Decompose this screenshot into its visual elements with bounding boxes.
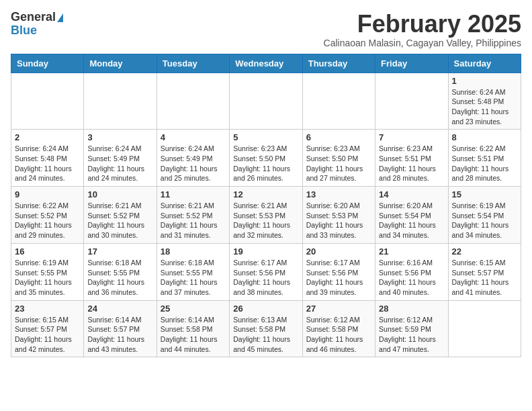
logo-line1: General bbox=[11, 11, 63, 24]
day-info: Sunrise: 6:21 AM Sunset: 5:52 PM Dayligh… bbox=[161, 201, 226, 240]
day-number: 14 bbox=[379, 189, 444, 199]
day-info: Sunrise: 6:18 AM Sunset: 5:55 PM Dayligh… bbox=[161, 258, 226, 298]
day-info: Sunrise: 6:21 AM Sunset: 5:53 PM Dayligh… bbox=[233, 201, 298, 240]
day-info: Sunrise: 6:22 AM Sunset: 5:51 PM Dayligh… bbox=[452, 144, 517, 183]
calendar-cell bbox=[11, 73, 84, 130]
day-info: Sunrise: 6:23 AM Sunset: 5:51 PM Dayligh… bbox=[379, 144, 444, 183]
calendar-cell: 28Sunrise: 6:12 AM Sunset: 5:59 PM Dayli… bbox=[375, 300, 448, 357]
page-title: February 2025 bbox=[324, 11, 521, 38]
calendar-cell: 4Sunrise: 6:24 AM Sunset: 5:49 PM Daylig… bbox=[157, 130, 229, 187]
calendar-header-row: SundayMondayTuesdayWednesdayThursdayFrid… bbox=[11, 54, 521, 73]
day-number: 27 bbox=[306, 304, 371, 314]
day-info: Sunrise: 6:24 AM Sunset: 5:49 PM Dayligh… bbox=[87, 144, 152, 183]
calendar-week-row: 1Sunrise: 6:24 AM Sunset: 5:48 PM Daylig… bbox=[11, 73, 521, 130]
day-info: Sunrise: 6:22 AM Sunset: 5:52 PM Dayligh… bbox=[15, 201, 80, 240]
day-info: Sunrise: 6:20 AM Sunset: 5:54 PM Dayligh… bbox=[379, 201, 444, 240]
day-number: 18 bbox=[161, 246, 226, 257]
day-number: 7 bbox=[379, 132, 444, 142]
day-number: 15 bbox=[452, 189, 517, 199]
day-info: Sunrise: 6:12 AM Sunset: 5:58 PM Dayligh… bbox=[306, 315, 371, 355]
calendar-cell: 18Sunrise: 6:18 AM Sunset: 5:55 PM Dayli… bbox=[157, 243, 229, 300]
calendar-header-monday: Monday bbox=[84, 54, 157, 73]
calendar-cell bbox=[375, 73, 448, 130]
calendar-cell: 3Sunrise: 6:24 AM Sunset: 5:49 PM Daylig… bbox=[84, 130, 157, 187]
calendar-cell: 8Sunrise: 6:22 AM Sunset: 5:51 PM Daylig… bbox=[448, 130, 521, 187]
day-info: Sunrise: 6:14 AM Sunset: 5:58 PM Dayligh… bbox=[161, 315, 226, 355]
day-number: 2 bbox=[15, 132, 80, 142]
day-info: Sunrise: 6:24 AM Sunset: 5:48 PM Dayligh… bbox=[15, 144, 80, 183]
calendar-cell: 24Sunrise: 6:14 AM Sunset: 5:57 PM Dayli… bbox=[84, 300, 157, 357]
day-number: 23 bbox=[15, 304, 80, 314]
calendar-header-friday: Friday bbox=[375, 54, 448, 73]
calendar-cell: 21Sunrise: 6:16 AM Sunset: 5:56 PM Dayli… bbox=[375, 243, 448, 300]
calendar-cell: 15Sunrise: 6:19 AM Sunset: 5:54 PM Dayli… bbox=[448, 187, 521, 244]
calendar-cell bbox=[302, 73, 375, 130]
day-number: 8 bbox=[452, 132, 517, 142]
day-info: Sunrise: 6:12 AM Sunset: 5:59 PM Dayligh… bbox=[379, 315, 444, 355]
calendar-cell: 25Sunrise: 6:14 AM Sunset: 5:58 PM Dayli… bbox=[157, 300, 229, 357]
day-info: Sunrise: 6:19 AM Sunset: 5:54 PM Dayligh… bbox=[452, 201, 517, 240]
calendar-cell: 7Sunrise: 6:23 AM Sunset: 5:51 PM Daylig… bbox=[375, 130, 448, 187]
day-info: Sunrise: 6:20 AM Sunset: 5:53 PM Dayligh… bbox=[306, 201, 371, 240]
day-number: 12 bbox=[233, 189, 298, 199]
day-number: 19 bbox=[233, 246, 298, 257]
calendar-cell bbox=[157, 73, 229, 130]
day-number: 6 bbox=[306, 132, 371, 142]
calendar-cell: 12Sunrise: 6:21 AM Sunset: 5:53 PM Dayli… bbox=[230, 187, 302, 244]
calendar-cell: 23Sunrise: 6:15 AM Sunset: 5:57 PM Dayli… bbox=[11, 300, 84, 357]
day-info: Sunrise: 6:24 AM Sunset: 5:49 PM Dayligh… bbox=[161, 144, 226, 183]
day-number: 3 bbox=[87, 132, 152, 142]
calendar-week-row: 2Sunrise: 6:24 AM Sunset: 5:48 PM Daylig… bbox=[11, 130, 521, 187]
calendar-week-row: 9Sunrise: 6:22 AM Sunset: 5:52 PM Daylig… bbox=[11, 187, 521, 244]
calendar-cell: 16Sunrise: 6:19 AM Sunset: 5:55 PM Dayli… bbox=[11, 243, 84, 300]
calendar-table: SundayMondayTuesdayWednesdayThursdayFrid… bbox=[11, 54, 521, 358]
logo-line2: Blue bbox=[11, 24, 63, 38]
day-number: 4 bbox=[161, 132, 226, 142]
day-number: 22 bbox=[452, 246, 517, 257]
calendar-cell bbox=[448, 300, 521, 357]
calendar-cell bbox=[84, 73, 157, 130]
title-area: February 2025 Calinaoan Malasin, Cagayan… bbox=[324, 11, 521, 48]
calendar-cell: 5Sunrise: 6:23 AM Sunset: 5:50 PM Daylig… bbox=[230, 130, 302, 187]
calendar-cell: 19Sunrise: 6:17 AM Sunset: 5:56 PM Dayli… bbox=[230, 243, 302, 300]
day-number: 17 bbox=[87, 246, 152, 257]
day-number: 28 bbox=[379, 304, 444, 314]
day-number: 25 bbox=[161, 304, 226, 314]
calendar-week-row: 23Sunrise: 6:15 AM Sunset: 5:57 PM Dayli… bbox=[11, 300, 521, 357]
day-info: Sunrise: 6:17 AM Sunset: 5:56 PM Dayligh… bbox=[306, 258, 371, 298]
calendar-week-row: 16Sunrise: 6:19 AM Sunset: 5:55 PM Dayli… bbox=[11, 243, 521, 300]
day-info: Sunrise: 6:14 AM Sunset: 5:57 PM Dayligh… bbox=[87, 315, 152, 355]
calendar-cell: 10Sunrise: 6:21 AM Sunset: 5:52 PM Dayli… bbox=[84, 187, 157, 244]
day-number: 5 bbox=[233, 132, 298, 142]
calendar-cell bbox=[230, 73, 302, 130]
calendar-cell: 11Sunrise: 6:21 AM Sunset: 5:52 PM Dayli… bbox=[157, 187, 229, 244]
day-number: 9 bbox=[15, 189, 80, 199]
calendar-cell: 14Sunrise: 6:20 AM Sunset: 5:54 PM Dayli… bbox=[375, 187, 448, 244]
calendar-header-tuesday: Tuesday bbox=[157, 54, 229, 73]
day-number: 13 bbox=[306, 189, 371, 199]
calendar-cell: 13Sunrise: 6:20 AM Sunset: 5:53 PM Dayli… bbox=[302, 187, 375, 244]
header: General Blue February 2025 Calinaoan Mal… bbox=[11, 11, 521, 48]
calendar-header-thursday: Thursday bbox=[302, 54, 375, 73]
calendar-cell: 6Sunrise: 6:23 AM Sunset: 5:50 PM Daylig… bbox=[302, 130, 375, 187]
calendar-cell: 22Sunrise: 6:15 AM Sunset: 5:57 PM Dayli… bbox=[448, 243, 521, 300]
calendar-cell: 27Sunrise: 6:12 AM Sunset: 5:58 PM Dayli… bbox=[302, 300, 375, 357]
calendar-cell: 20Sunrise: 6:17 AM Sunset: 5:56 PM Dayli… bbox=[302, 243, 375, 300]
calendar-header-sunday: Sunday bbox=[11, 54, 84, 73]
day-number: 1 bbox=[452, 76, 517, 86]
day-info: Sunrise: 6:23 AM Sunset: 5:50 PM Dayligh… bbox=[306, 144, 371, 183]
day-info: Sunrise: 6:17 AM Sunset: 5:56 PM Dayligh… bbox=[233, 258, 298, 298]
day-info: Sunrise: 6:16 AM Sunset: 5:56 PM Dayligh… bbox=[379, 258, 444, 298]
calendar-cell: 26Sunrise: 6:13 AM Sunset: 5:58 PM Dayli… bbox=[230, 300, 302, 357]
calendar-cell: 17Sunrise: 6:18 AM Sunset: 5:55 PM Dayli… bbox=[84, 243, 157, 300]
day-number: 21 bbox=[379, 246, 444, 257]
page-subtitle: Calinaoan Malasin, Cagayan Valley, Phili… bbox=[324, 38, 521, 48]
logo: General Blue bbox=[11, 11, 63, 38]
calendar-cell: 2Sunrise: 6:24 AM Sunset: 5:48 PM Daylig… bbox=[11, 130, 84, 187]
day-info: Sunrise: 6:19 AM Sunset: 5:55 PM Dayligh… bbox=[15, 258, 80, 298]
calendar-cell: 1Sunrise: 6:24 AM Sunset: 5:48 PM Daylig… bbox=[448, 73, 521, 130]
day-number: 11 bbox=[161, 189, 226, 199]
day-info: Sunrise: 6:21 AM Sunset: 5:52 PM Dayligh… bbox=[87, 201, 152, 240]
day-info: Sunrise: 6:23 AM Sunset: 5:50 PM Dayligh… bbox=[233, 144, 298, 183]
day-number: 20 bbox=[306, 246, 371, 257]
